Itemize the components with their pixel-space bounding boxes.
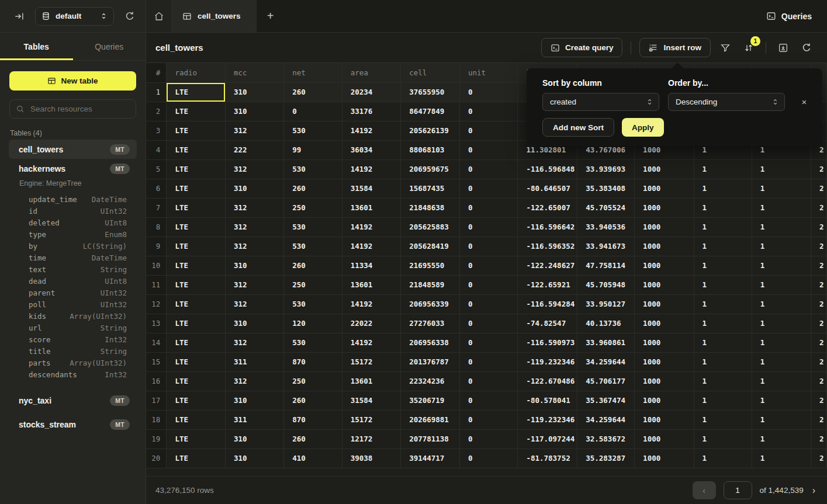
data-cell[interactable]: 2 (811, 179, 826, 198)
data-cell[interactable]: 1 (752, 159, 811, 179)
data-cell[interactable]: LTE (167, 256, 226, 275)
data-cell[interactable]: 1 (752, 256, 811, 275)
data-cell[interactable]: 11334 (342, 256, 401, 275)
refresh-table-button[interactable] (798, 39, 815, 57)
data-cell[interactable]: -119.232346 (518, 410, 577, 429)
data-cell[interactable]: 13601 (342, 275, 401, 294)
data-cell[interactable]: 14192 (342, 333, 401, 352)
data-cell[interactable]: LTE (167, 391, 226, 410)
data-cell[interactable]: 206959675 (401, 159, 460, 179)
data-cell[interactable]: 0 (459, 371, 517, 391)
data-cell[interactable]: 311 (225, 352, 283, 371)
data-cell[interactable]: -116.596352 (518, 237, 577, 256)
data-cell[interactable]: 20234 (342, 82, 401, 102)
data-cell[interactable]: 530 (284, 333, 342, 352)
data-cell[interactable]: 1 (752, 429, 811, 449)
data-cell[interactable]: 2 (811, 159, 826, 179)
data-cell[interactable]: 1 (752, 314, 811, 333)
data-cell[interactable]: LTE (167, 429, 226, 449)
data-cell[interactable]: 1 (694, 391, 752, 410)
data-cell[interactable]: LTE (167, 140, 226, 159)
data-cell[interactable]: 0 (459, 410, 517, 429)
data-cell[interactable]: 47.758114 (577, 256, 635, 275)
data-cell[interactable]: 34.259644 (577, 352, 635, 371)
data-cell[interactable]: 260 (284, 179, 342, 198)
data-cell[interactable]: 1000 (635, 371, 694, 391)
column-header[interactable]: area (342, 63, 401, 82)
data-cell[interactable]: 22324236 (401, 371, 460, 391)
queries-button[interactable]: Queries (751, 0, 827, 32)
data-cell[interactable]: -74.82547 (518, 314, 577, 333)
data-cell[interactable]: 2 (811, 449, 826, 468)
column-header[interactable]: mcc (225, 63, 283, 82)
data-cell[interactable]: 88068103 (401, 140, 460, 159)
data-cell[interactable]: LTE (167, 179, 226, 198)
sidebar-tab-tables[interactable]: Tables (0, 33, 73, 60)
data-cell[interactable]: 0 (459, 159, 517, 179)
data-cell[interactable]: 0 (459, 256, 517, 275)
data-cell[interactable]: 0 (459, 314, 517, 333)
data-cell[interactable]: 1 (752, 179, 811, 198)
data-cell[interactable]: 1 (752, 410, 811, 429)
data-cell[interactable]: 1 (752, 333, 811, 352)
data-cell[interactable]: LTE (167, 314, 226, 333)
data-cell[interactable]: 1 (694, 217, 752, 237)
data-cell[interactable]: 31584 (342, 179, 401, 198)
data-cell[interactable]: 31584 (342, 391, 401, 410)
sidebar-table-item-nyc_taxi[interactable]: nyc_taxiMT (9, 391, 137, 410)
database-selector[interactable]: default (35, 7, 114, 26)
data-cell[interactable]: 0 (459, 82, 517, 102)
data-cell[interactable]: 1 (694, 410, 752, 429)
data-cell[interactable]: 530 (284, 294, 342, 314)
data-cell[interactable]: 1000 (635, 294, 694, 314)
data-cell[interactable]: 1 (752, 275, 811, 294)
data-cell[interactable]: -122.248627 (518, 256, 577, 275)
data-cell[interactable]: LTE (167, 371, 226, 391)
data-cell[interactable]: 260 (284, 429, 342, 449)
data-cell[interactable]: 14192 (342, 159, 401, 179)
data-cell[interactable]: 35.383408 (577, 179, 635, 198)
data-cell[interactable]: 1 (694, 449, 752, 468)
data-cell[interactable]: 0 (459, 429, 517, 449)
data-cell[interactable]: 86477849 (401, 102, 460, 121)
data-cell[interactable]: 206956338 (401, 333, 460, 352)
data-cell[interactable]: 12172 (342, 429, 401, 449)
data-cell[interactable]: 310 (225, 429, 283, 449)
data-cell[interactable]: -80.646507 (518, 179, 577, 198)
data-cell[interactable]: 0 (459, 198, 517, 217)
home-tab-button[interactable] (146, 0, 172, 32)
data-cell[interactable]: 530 (284, 121, 342, 140)
data-cell[interactable]: 312 (225, 275, 283, 294)
data-cell[interactable]: 870 (284, 410, 342, 429)
data-cell[interactable]: -116.596642 (518, 217, 577, 237)
data-cell[interactable]: 310 (225, 179, 283, 198)
collapse-sidebar-button[interactable] (12, 9, 27, 24)
data-cell[interactable]: 0 (459, 294, 517, 314)
data-cell[interactable]: 2 (811, 410, 826, 429)
data-cell[interactable]: 1 (694, 294, 752, 314)
data-cell[interactable]: 1000 (635, 198, 694, 217)
data-cell[interactable]: LTE (167, 237, 226, 256)
data-cell[interactable]: 1 (694, 159, 752, 179)
data-cell[interactable]: 205625883 (401, 217, 460, 237)
data-cell[interactable]: 1 (752, 371, 811, 391)
data-cell[interactable]: 310 (225, 256, 283, 275)
data-cell[interactable]: 33.940536 (577, 217, 635, 237)
apply-sort-button[interactable]: Apply (622, 118, 664, 137)
data-cell[interactable]: -119.232346 (518, 352, 577, 371)
column-header[interactable]: radio (167, 63, 226, 82)
data-cell[interactable]: 13601 (342, 198, 401, 217)
prev-page-button[interactable]: ‹ (693, 481, 716, 499)
data-cell[interactable]: -122.65007 (518, 198, 577, 217)
data-cell[interactable]: 222 (225, 140, 283, 159)
data-cell[interactable]: 2 (811, 198, 826, 217)
data-cell[interactable]: 202669881 (401, 410, 460, 429)
data-cell[interactable]: 35206719 (401, 391, 460, 410)
data-cell[interactable]: 21695550 (401, 256, 460, 275)
tab-cell-towers[interactable]: cell_towers (172, 0, 257, 32)
data-cell[interactable]: 2 (811, 256, 826, 275)
create-query-button[interactable]: Create query (541, 38, 623, 57)
data-cell[interactable]: 2 (811, 217, 826, 237)
data-cell[interactable]: 2 (811, 391, 826, 410)
sort-button[interactable]: 1 (740, 39, 757, 57)
